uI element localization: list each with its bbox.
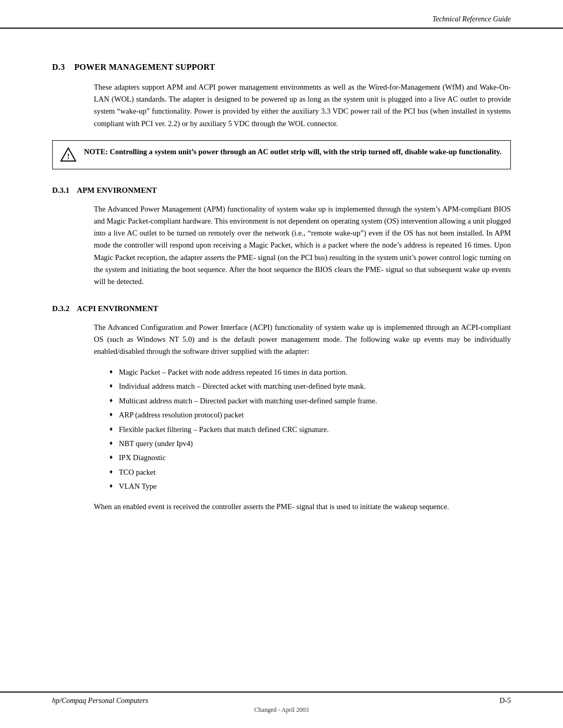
section-d32-para1: The Advanced Configuration and Power Int… [94, 322, 511, 358]
note-text: NOTE: Controlling a system unit’s power … [84, 146, 501, 157]
section-d3-label: POWER MANAGEMENT SUPPORT [74, 63, 215, 71]
acpi-bullet-list: Magic Packet – Packet with node address … [109, 366, 511, 492]
page-header: Technical Reference Guide [0, 0, 563, 29]
footer-main-row: hp/Compaq Personal Computers D-5 [52, 697, 511, 705]
list-item: VLAN Type [109, 480, 511, 492]
section-d31-heading: D.3.1APM ENVIRONMENT [52, 186, 511, 195]
footer-date: Changed - April 2003 [254, 706, 309, 714]
section-d3-num: D.3 [52, 63, 65, 71]
section-d31: D.3.1APM ENVIRONMENT The Advanced Power … [52, 186, 511, 288]
footer-page: D-5 [499, 697, 511, 705]
page-footer: hp/Compaq Personal Computers D-5 Changed… [0, 692, 563, 728]
section-d3: D.3POWER MANAGEMENT SUPPORT These adapte… [52, 63, 511, 169]
list-item: Flexible packet filtering – Packets that… [109, 424, 511, 435]
section-d32: D.3.2ACPI ENVIRONMENT The Advanced Confi… [52, 304, 511, 513]
header-title: Technical Reference Guide [432, 15, 511, 23]
note-box: ! NOTE: Controlling a system unit’s powe… [52, 140, 511, 169]
footer-company: hp/Compaq Personal Computers [52, 697, 148, 705]
note-bold-text: NOTE: Controlling a system unit’s power … [84, 147, 501, 156]
section-d3-heading: D.3POWER MANAGEMENT SUPPORT [52, 63, 511, 72]
list-item: Multicast address match – Directed packe… [109, 395, 511, 406]
list-item: IPX Diagnostic [109, 452, 511, 463]
section-d31-num: D.3.1 [52, 186, 69, 194]
list-item: NBT query (under Ipv4) [109, 438, 511, 449]
list-item: TCO packet [109, 466, 511, 478]
section-d3-para1: These adapters support APM and ACPI powe… [94, 81, 511, 130]
list-item: Magic Packet – Packet with node address … [109, 366, 511, 378]
section-d32-num: D.3.2 [52, 304, 69, 313]
section-d31-label: APM ENVIRONMENT [77, 186, 157, 194]
section-d31-para1: The Advanced Power Management (APM) func… [94, 203, 511, 288]
section-d32-para2: When an enabled event is received the co… [94, 501, 511, 513]
svg-text:!: ! [67, 153, 70, 161]
list-item: ARP (address resolution protocol) packet [109, 409, 511, 421]
section-d32-heading: D.3.2ACPI ENVIRONMENT [52, 304, 511, 313]
list-item: Individual address match – Directed acke… [109, 380, 511, 392]
warning-icon: ! [60, 146, 77, 163]
page: Technical Reference Guide D.3POWER MANAG… [0, 0, 563, 728]
section-d32-label: ACPI ENVIRONMENT [77, 304, 158, 313]
page-content: D.3POWER MANAGEMENT SUPPORT These adapte… [52, 63, 511, 513]
